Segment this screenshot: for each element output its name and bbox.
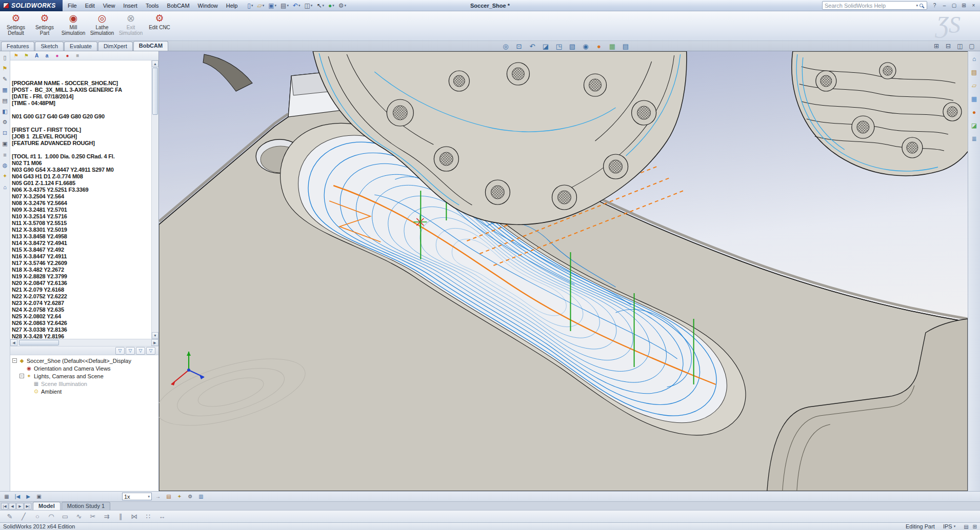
status-tray-icon[interactable]: ⊞: [973, 524, 977, 529]
list-icon[interactable]: ▤: [1, 97, 9, 105]
print-icon[interactable]: ▤ ▾: [279, 2, 290, 9]
circle-icon[interactable]: ○: [32, 512, 43, 521]
settings-default-button[interactable]: ⚙ Settings Default: [2, 12, 30, 39]
menu-icon[interactable]: ≡: [1, 151, 9, 158]
3d-model-view[interactable]: [159, 51, 968, 491]
trim-icon[interactable]: ✂: [88, 512, 98, 521]
zoom-fit-icon[interactable]: ◎: [500, 42, 511, 51]
menu-item[interactable]: BobCAM: [163, 0, 194, 11]
units-select[interactable]: IPS ▾: [943, 523, 955, 529]
filter-settings-icon[interactable]: ▽: [146, 347, 155, 355]
star-icon[interactable]: ✦: [1, 172, 9, 180]
save-animation-icon[interactable]: ▣: [34, 493, 44, 501]
section-view-icon[interactable]: ◪: [540, 42, 551, 51]
save-small-icon[interactable]: ▣: [1, 140, 9, 148]
circle-icon[interactable]: ◍: [1, 161, 9, 169]
search-icon[interactable]: [919, 4, 923, 7]
nc-vertical-scrollbar[interactable]: ▲ ▼: [151, 60, 158, 339]
scenes-icon[interactable]: ◪: [970, 121, 979, 130]
edit-cnc-button[interactable]: ⚙ Edit CNC: [146, 12, 173, 39]
pencil-icon[interactable]: ✎: [1, 75, 9, 83]
split-horizontal-icon[interactable]: ⊟: [943, 42, 953, 51]
tabs-scroll-next-icon[interactable]: ▶: [16, 503, 24, 509]
offset-icon[interactable]: ∥: [115, 512, 126, 521]
flag-icon[interactable]: ⚑: [1, 65, 9, 72]
rectangle-icon[interactable]: ▭: [60, 512, 70, 521]
fullscreen-icon[interactable]: ▢: [967, 42, 977, 51]
search-options-caret-icon[interactable]: ▾: [916, 4, 918, 8]
exit-simulation-button[interactable]: ⊗ Exit Simulation: [117, 12, 145, 39]
list-small-icon[interactable]: ≡: [74, 52, 82, 59]
tab-dimxpert[interactable]: DimXpert: [98, 42, 133, 51]
apply-scene-icon[interactable]: ▦: [607, 42, 618, 51]
play-from-start-icon[interactable]: |◀: [13, 493, 22, 501]
tag-icon[interactable]: ⚑: [12, 52, 20, 59]
line-icon[interactable]: ╱: [18, 512, 29, 521]
tab-bobcam[interactable]: BobCAM: [133, 41, 168, 51]
scrollbar-thumb[interactable]: [152, 68, 158, 115]
menu-item[interactable]: Insert: [119, 0, 142, 11]
tab-features[interactable]: Features: [1, 42, 34, 51]
tree-item-soccer-shoe[interactable]: − ◆ Soccer_Shoe (Default<<Default>_Displ…: [11, 357, 158, 364]
menu-item[interactable]: Tools: [142, 0, 163, 11]
close-button[interactable]: ×: [969, 2, 978, 9]
previous-view-icon[interactable]: ↶: [527, 42, 538, 51]
tree-item-scene-illumination[interactable]: ▦ Scene Illumination: [11, 380, 158, 388]
filter-all-icon[interactable]: ▽: [115, 347, 125, 355]
viewport-layout-icon[interactable]: ⊞: [931, 42, 942, 51]
undo-icon[interactable]: ↶ ▾: [291, 2, 302, 9]
tree-item-ambient[interactable]: ⊙ Ambient: [11, 388, 158, 395]
tab-motion-study-1[interactable]: Motion Study 1: [62, 502, 110, 510]
appearances-icon[interactable]: ●: [970, 108, 979, 116]
mirror-icon[interactable]: ⋈: [129, 512, 139, 521]
tab-model[interactable]: Model: [33, 502, 61, 510]
help-button[interactable]: ?: [930, 2, 939, 9]
design-library-icon[interactable]: ▤: [970, 68, 979, 76]
expander-icon[interactable]: −: [19, 374, 24, 378]
status-sheet-icon[interactable]: ▤: [964, 524, 968, 529]
nc-program-listing[interactable]: [PROGRAM NAME - SOCCER_SHOE.NC][POST - B…: [10, 60, 151, 339]
filter-remove-icon[interactable]: ▽: [136, 347, 145, 355]
expander-icon[interactable]: −: [12, 358, 17, 363]
view-palette-icon[interactable]: ▦: [970, 94, 979, 103]
tree-item-lights-cameras[interactable]: − ✦ Lights, Cameras and Scene: [11, 372, 158, 380]
minimize-button[interactable]: –: [940, 2, 949, 9]
menu-item[interactable]: Help: [222, 0, 242, 11]
spline-icon[interactable]: ∿: [74, 512, 84, 521]
edit-appearance-icon[interactable]: ●: [593, 42, 605, 51]
document-icon[interactable]: ▯: [1, 54, 9, 62]
custom-properties-icon[interactable]: ≣: [970, 134, 979, 143]
scroll-down-icon[interactable]: ▼: [152, 332, 158, 339]
scroll-up-icon[interactable]: ▲: [152, 60, 158, 67]
scrollbar-track[interactable]: [152, 115, 158, 332]
tabs-scroll-first-icon[interactable]: |◀: [1, 503, 8, 509]
highlight-icon[interactable]: ●: [53, 52, 61, 59]
menu-item[interactable]: View: [99, 0, 119, 11]
filter-add-icon[interactable]: ▽: [126, 347, 135, 355]
animation-wizard-icon[interactable]: ✦: [175, 493, 184, 501]
restore-button[interactable]: ▢: [950, 2, 958, 9]
tab-evaluate[interactable]: Evaluate: [64, 42, 97, 51]
resources-home-icon[interactable]: ⌂: [970, 54, 979, 63]
mill-simulation-button[interactable]: ◉ Mill Simulation: [59, 12, 87, 39]
sketch-icon[interactable]: ✎: [5, 512, 15, 521]
scrollbar-track[interactable]: [18, 340, 151, 345]
motion-calculate-icon[interactable]: ▦: [2, 493, 11, 501]
graphics-area[interactable]: [159, 51, 968, 491]
results-plot-icon[interactable]: ▥: [196, 493, 206, 501]
scroll-right-icon[interactable]: ▶: [151, 339, 158, 346]
box-icon[interactable]: ⊡: [1, 129, 9, 137]
view-orientation-icon[interactable]: ◳: [553, 42, 565, 51]
grid-icon[interactable]: ▦: [1, 86, 9, 94]
zoom-area-icon[interactable]: ⊡: [513, 42, 525, 51]
font-lower-icon[interactable]: a: [43, 52, 51, 59]
panes-button[interactable]: ⊞: [959, 2, 968, 9]
display-style-icon[interactable]: ▧: [567, 42, 578, 51]
pattern-icon[interactable]: ∷: [143, 512, 153, 521]
lathe-simulation-button[interactable]: ◎ Lathe Simulation: [88, 12, 116, 39]
file-explorer-icon[interactable]: ▱: [970, 81, 979, 90]
select-arrow-icon[interactable]: ↖ ▾: [315, 2, 326, 9]
smart-dimension-icon[interactable]: ↔: [157, 512, 167, 521]
new-file-icon[interactable]: ▯ ▾: [246, 2, 254, 9]
tabs-scroll-last-icon[interactable]: ▶|: [24, 503, 31, 509]
